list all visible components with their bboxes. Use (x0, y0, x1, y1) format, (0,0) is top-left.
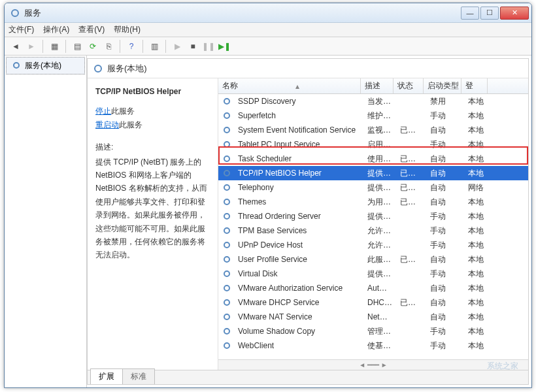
toolbar-icon[interactable]: ▥ (147, 39, 161, 54)
cell-logon: 网络 (464, 182, 490, 193)
service-row[interactable]: Telephony提供…已启动自动网络 (218, 180, 528, 195)
gear-icon (222, 154, 231, 163)
svg-point-11 (224, 214, 229, 219)
gear-icon (222, 97, 231, 106)
pause-service-button[interactable]: ❚❚ (201, 39, 216, 54)
svg-point-9 (224, 185, 229, 190)
restart-link[interactable]: 重启动 (95, 120, 119, 129)
separator (120, 40, 120, 53)
service-row[interactable]: VMware NAT ServiceNet…自动本地 (218, 310, 528, 324)
service-row[interactable]: Thread Ordering Server提供…手动本地 (218, 209, 528, 223)
service-row[interactable]: SSDP Discovery当发…禁用本地 (218, 94, 528, 108)
menu-help[interactable]: 帮助(H) (114, 24, 141, 35)
cell-startup: 自动 (426, 197, 464, 208)
stop-service-button[interactable]: ■ (186, 39, 200, 54)
restart-service-button[interactable]: ▶❚ (217, 39, 231, 54)
cell-logon: 本地 (464, 297, 490, 308)
gear-icon (222, 140, 231, 149)
maximize-button[interactable]: ☐ (480, 7, 499, 20)
service-row[interactable]: Virtual Disk提供…手动本地 (218, 267, 528, 281)
cell-startup: 自动 (426, 182, 464, 193)
gear-icon (222, 111, 231, 120)
tab-extended[interactable]: 扩展 (90, 368, 123, 384)
cell-logon: 本地 (464, 269, 490, 280)
svg-point-6 (224, 142, 229, 147)
tab-standard[interactable]: 标准 (122, 368, 155, 384)
service-row[interactable]: User Profile Service此服…已启动自动本地 (218, 252, 528, 267)
svg-point-14 (224, 257, 229, 262)
cell-name: Thread Ordering Server (234, 212, 363, 221)
col-logon[interactable]: 登 (461, 78, 488, 93)
service-row[interactable]: UPnP Device Host允许…手动本地 (218, 238, 528, 252)
restart-service-line: 重启动此服务 (95, 118, 210, 131)
gear-icon (222, 312, 231, 321)
list-header: 名称▴ 描述 状态 启动类型 登 (218, 78, 528, 94)
cell-logon: 本地 (464, 340, 490, 351)
svg-point-5 (224, 127, 229, 133)
cell-startup: 手动 (426, 269, 464, 280)
window-controls: — ☐ ✕ (461, 7, 529, 20)
service-row[interactable]: TPM Base Services允许…手动本地 (218, 223, 528, 238)
show-hide-tree-button[interactable]: ▦ (47, 39, 61, 54)
separator (42, 40, 43, 53)
cell-startup: 自动 (426, 168, 464, 179)
back-button[interactable]: ◄ (8, 39, 23, 54)
gear-icon (222, 183, 231, 192)
help-button[interactable]: ? (124, 39, 139, 54)
service-row[interactable]: WebClient使基…手动本地 (218, 338, 528, 353)
restart-suffix: 此服务 (119, 120, 142, 129)
stop-service-line: 停止此服务 (95, 105, 210, 118)
service-row[interactable]: System Event Notification Service监视…已启动自… (218, 123, 528, 137)
cell-name: Superfetch (234, 111, 363, 120)
service-row[interactable]: Volume Shadow Copy管理…手动本地 (218, 324, 528, 338)
horizontal-scrollbar[interactable]: ◄ ━━━ ► (218, 359, 528, 370)
cell-name: WebClient (234, 341, 363, 350)
service-row[interactable]: Superfetch维护…手动本地 (218, 108, 528, 123)
service-row[interactable]: Tablet PC Input Service启用…手动本地 (218, 137, 528, 152)
start-service-button[interactable]: ▶ (170, 39, 184, 54)
menu-file[interactable]: 文件(F) (8, 24, 34, 35)
cell-desc: 提供… (363, 269, 396, 280)
menu-action[interactable]: 操作(A) (43, 24, 69, 35)
gear-icon (222, 269, 231, 278)
svg-point-3 (224, 99, 229, 104)
col-startup[interactable]: 启动类型 (424, 78, 461, 93)
cell-startup: 手动 (426, 110, 464, 122)
cell-desc: 此服… (363, 254, 396, 265)
toolbar: ◄ ► ▦ ▤ ⟳ ⎘ ? ▥ ▶ ■ ❚❚ ▶❚ (5, 37, 531, 56)
svg-point-13 (224, 242, 229, 248)
cell-desc: 维护… (363, 110, 396, 122)
minimize-button[interactable]: — (461, 7, 479, 20)
svg-point-10 (224, 199, 229, 204)
refresh-button[interactable]: ⟳ (86, 39, 100, 54)
cell-desc: 管理… (363, 326, 396, 337)
service-row[interactable]: Themes为用…已启动自动本地 (218, 195, 528, 209)
cell-startup: 自动 (426, 283, 464, 294)
service-row[interactable]: VMware Authorization ServiceAut…自动本地 (218, 281, 528, 295)
titlebar[interactable]: 服务 — ☐ ✕ (5, 3, 531, 23)
cell-desc: Net… (363, 312, 396, 321)
svg-point-4 (224, 113, 229, 118)
nav-services-local[interactable]: 服务(本地) (6, 57, 85, 74)
export-button[interactable]: ⎘ (101, 39, 116, 54)
forward-button[interactable]: ► (24, 39, 39, 54)
content-area: 服务(本地) 服务(本地) TCP/IP NetBIOS Helper 停止此服… (5, 56, 531, 387)
separator (142, 40, 143, 53)
service-row[interactable]: VMware DHCP ServiceDHC…已启动自动本地 (218, 295, 528, 310)
service-row[interactable]: Task Scheduler使用…已启动自动本地 (218, 152, 528, 166)
cell-logon: 本地 (464, 125, 490, 136)
col-desc[interactable]: 描述 (361, 78, 394, 93)
separator (65, 40, 66, 53)
list-rows[interactable]: SSDP Discovery当发…禁用本地Superfetch维护…手动本地Sy… (218, 94, 528, 359)
stop-link[interactable]: 停止 (95, 106, 111, 116)
cell-startup: 自动 (426, 297, 464, 308)
separator (165, 40, 166, 53)
col-status[interactable]: 状态 (394, 78, 424, 93)
menu-view[interactable]: 查看(V) (78, 24, 105, 35)
svg-point-15 (224, 271, 229, 276)
nav-label: 服务(本地) (25, 60, 61, 71)
close-button[interactable]: ✕ (500, 7, 529, 20)
service-row[interactable]: TCP/IP NetBIOS Helper提供 …已启动自动本地 (218, 166, 528, 180)
col-name[interactable]: 名称▴ (218, 78, 361, 93)
properties-button[interactable]: ▤ (70, 39, 84, 54)
